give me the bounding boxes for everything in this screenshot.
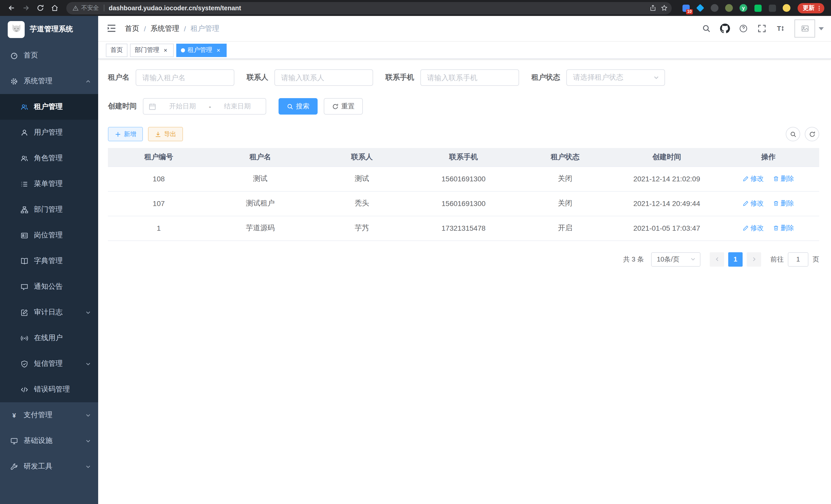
browser-back-button[interactable] [5, 1, 18, 14]
sidebar-item-payment-management[interactable]: 支付管理 [0, 402, 98, 428]
sidebar-item-menu-management[interactable]: 菜单管理 [0, 171, 98, 197]
edit-link[interactable]: 修改 [743, 199, 764, 208]
app-logo[interactable]: 芋道管理系统 [0, 16, 98, 42]
font-size-button[interactable] [774, 22, 786, 35]
sidebar-item-post-management[interactable]: 岗位管理 [0, 223, 98, 248]
filter-create-time: 创建时间 开始日期 - 结束日期 [108, 98, 266, 115]
sidebar-item-audit-log[interactable]: 审计日志 [0, 299, 98, 325]
export-button[interactable]: 导出 [148, 127, 183, 141]
browser-refresh-button[interactable] [33, 1, 47, 14]
phone-input[interactable] [420, 69, 519, 86]
filter-phone: 联系手机 [385, 69, 519, 86]
active-dot [181, 48, 185, 52]
tab-home[interactable]: 首页 [106, 43, 127, 57]
filter-row-2: 创建时间 开始日期 - 结束日期 搜索 重置 [108, 98, 819, 115]
cell-created: 2021-12-14 20:49:44 [616, 191, 717, 216]
user-menu[interactable] [795, 20, 824, 37]
sidebar-item-user-management[interactable]: 用户管理 [0, 120, 98, 145]
search-button[interactable]: 搜索 [279, 98, 318, 115]
app-title: 芋道管理系统 [30, 25, 73, 34]
address-bar[interactable]: 不安全 dashboard.yudao.iocoder.cn/system/te… [66, 2, 672, 14]
sidebar-item-role-management[interactable]: 角色管理 [0, 145, 98, 171]
cell-tenant-id: 107 [108, 191, 209, 216]
extension-icon-2[interactable] [695, 3, 705, 13]
extension-icon-3[interactable] [710, 3, 719, 13]
sidebar-item-error-code-management[interactable]: 错误码管理 [0, 377, 98, 402]
page-size-select[interactable]: 10条/页 [651, 252, 700, 266]
sidebar-item-dev-tools[interactable]: 研发工具 [0, 454, 98, 479]
total-count: 共 3 条 [623, 255, 644, 264]
logo-avatar [8, 21, 25, 38]
cell-tenant-name: 测试 [209, 167, 311, 191]
delete-link[interactable]: 删除 [773, 174, 794, 183]
refresh-table-button[interactable] [805, 127, 819, 141]
sidebar-item-sms-management[interactable]: 短信管理 [0, 351, 98, 377]
post-badge-icon [21, 232, 28, 239]
sidebar-item-dept-management[interactable]: 部门管理 [0, 197, 98, 223]
contact-input[interactable] [275, 69, 373, 86]
sidebar-item-system-management[interactable]: 系统管理 [0, 68, 98, 94]
breadcrumb-home[interactable]: 首页 [125, 24, 139, 33]
edit-link[interactable]: 修改 [743, 174, 764, 183]
table-row: 108 测试 测试 15601691300 关闭 2021-12-14 21:0… [108, 167, 819, 191]
sidebar-item-infrastructure[interactable]: 基础设施 [0, 428, 98, 454]
sidebar-item-home[interactable]: 首页 [0, 42, 98, 68]
tab-close-icon[interactable]: × [215, 47, 222, 54]
extension-icon-6[interactable] [753, 3, 763, 13]
broken-image-icon [801, 25, 809, 32]
sidebar-item-notice[interactable]: 通知公告 [0, 274, 98, 299]
sidebar-item-dict-management[interactable]: 字典管理 [0, 248, 98, 274]
tab-dept-management[interactable]: 部门管理× [130, 43, 174, 57]
tab-close-icon[interactable]: × [162, 47, 169, 54]
help-button[interactable] [737, 22, 749, 35]
breadcrumb-system[interactable]: 系统管理 [150, 24, 179, 33]
col-created: 创建时间 [616, 148, 717, 167]
extension-icon-1[interactable]: 10 [681, 3, 691, 13]
share-button[interactable] [647, 2, 658, 13]
browser-forward-button[interactable] [19, 1, 32, 14]
sidebar-item-tenant-management[interactable]: 租户管理 [0, 94, 98, 120]
screen: 不安全 dashboard.yudao.iocoder.cn/system/te… [0, 0, 831, 504]
dept-tree-icon [21, 206, 28, 213]
url-text[interactable]: dashboard.yudao.iocoder.cn/system/tenant [109, 4, 647, 11]
chevron-down-icon [85, 361, 91, 366]
update-label: 更新 [803, 4, 814, 12]
contact-label: 联系人 [247, 73, 275, 82]
toggle-search-button[interactable] [786, 127, 800, 141]
edit-link[interactable]: 修改 [743, 224, 764, 233]
date-range-picker[interactable]: 开始日期 - 结束日期 [143, 98, 266, 115]
browser-update-button[interactable]: 更新 [798, 3, 824, 13]
goto-page-input[interactable] [788, 252, 808, 266]
extension-icon-4[interactable] [724, 3, 734, 13]
github-link[interactable] [718, 22, 731, 35]
cell-status: 关闭 [514, 191, 616, 216]
status-select[interactable]: 请选择租户状态 [566, 69, 665, 86]
header-search-button[interactable] [700, 22, 712, 35]
extension-shape [783, 4, 791, 12]
next-page-button[interactable] [747, 252, 761, 266]
trash-icon [773, 176, 779, 182]
security-indicator[interactable]: 不安全 [73, 4, 99, 12]
bookmark-button[interactable] [658, 2, 670, 13]
page-number-1[interactable]: 1 [728, 252, 743, 266]
refresh-icon [36, 4, 44, 12]
prev-page-button[interactable] [710, 252, 724, 266]
extension-icon-8[interactable] [782, 3, 792, 13]
filter-contact: 联系人 [247, 69, 373, 86]
delete-link[interactable]: 删除 [773, 224, 794, 233]
tenant-name-input[interactable] [136, 69, 234, 86]
goto-page: 前往 页 [770, 252, 819, 266]
browser-home-button[interactable] [48, 1, 61, 14]
delete-link[interactable]: 删除 [773, 199, 794, 208]
reset-button[interactable]: 重置 [324, 98, 363, 115]
sidebar-toggle-button[interactable] [106, 23, 118, 34]
role-icon [21, 154, 28, 162]
date-separator: - [209, 102, 211, 110]
extension-icon-5[interactable]: y [739, 3, 748, 13]
sidebar-item-online-users[interactable]: 在线用户 [0, 325, 98, 351]
tenant-name-label: 租户名 [108, 73, 136, 82]
tab-tenant-management[interactable]: 租户管理× [176, 43, 227, 57]
add-button[interactable]: 新增 [108, 127, 143, 141]
extension-icon-7[interactable] [767, 3, 777, 13]
fullscreen-button[interactable] [755, 22, 768, 35]
